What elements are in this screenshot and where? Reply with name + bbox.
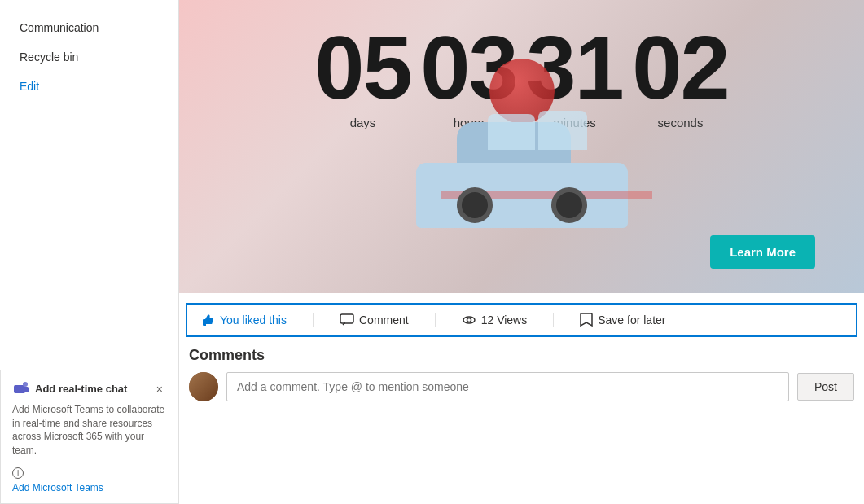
car-window-front bbox=[538, 111, 587, 150]
car-illustration bbox=[392, 114, 652, 244]
chat-panel-header: Add real-time chat × bbox=[12, 380, 166, 398]
views-indicator: 12 Views bbox=[462, 313, 528, 327]
chat-panel-title-row: Add real-time chat bbox=[12, 380, 127, 398]
bookmark-icon bbox=[580, 313, 593, 327]
svg-rect-2 bbox=[23, 387, 29, 392]
teams-icon bbox=[12, 380, 30, 398]
comment-label: Comment bbox=[359, 313, 409, 327]
comment-button[interactable]: Comment bbox=[340, 313, 409, 327]
svg-point-5 bbox=[467, 318, 471, 322]
avatar-image bbox=[189, 372, 218, 401]
divider-1 bbox=[313, 313, 314, 327]
post-button[interactable]: Post bbox=[797, 373, 854, 401]
countdown-seconds-value: 02 bbox=[632, 23, 728, 112]
save-label: Save for later bbox=[598, 313, 665, 327]
interaction-bar: You liked this Comment 12 Views bbox=[186, 303, 857, 337]
liked-label: You liked this bbox=[220, 313, 287, 327]
divider-2 bbox=[435, 313, 436, 327]
chat-panel-info-row: i bbox=[12, 464, 166, 482]
views-icon bbox=[462, 313, 476, 327]
svg-point-1 bbox=[23, 382, 28, 387]
comments-title: Comments bbox=[189, 347, 854, 364]
sidebar-nav: Communication Recycle bin Edit bbox=[0, 0, 178, 114]
commenter-avatar bbox=[189, 372, 218, 401]
divider-3 bbox=[553, 313, 554, 327]
like-button[interactable]: You liked this bbox=[200, 313, 287, 327]
comment-input[interactable] bbox=[226, 372, 789, 401]
sidebar: Communication Recycle bin Edit Add real-… bbox=[0, 0, 179, 504]
info-icon: i bbox=[12, 467, 24, 479]
sidebar-item-communication[interactable]: Communication bbox=[0, 13, 178, 42]
car-body bbox=[416, 163, 628, 228]
car-wheel-front bbox=[551, 187, 587, 223]
thumbs-up-icon bbox=[200, 313, 215, 327]
main-content: 05 days 03 hours 31 minutes 02 seconds bbox=[179, 0, 864, 504]
countdown-seconds-label: seconds bbox=[658, 116, 704, 129]
svg-rect-3 bbox=[340, 314, 353, 323]
car-wheel-back bbox=[457, 187, 493, 223]
add-microsoft-teams-link[interactable]: Add Microsoft Teams bbox=[12, 482, 103, 493]
chat-panel-close-button[interactable]: × bbox=[153, 381, 166, 397]
learn-more-button[interactable]: Learn More bbox=[710, 235, 815, 269]
countdown-days-value: 05 bbox=[314, 23, 410, 112]
chat-panel: Add real-time chat × Add Microsoft Teams… bbox=[0, 370, 178, 504]
countdown-days-label: days bbox=[350, 116, 376, 129]
chat-panel-description: Add Microsoft Teams to collaborate in re… bbox=[12, 403, 166, 458]
views-label: 12 Views bbox=[481, 313, 528, 327]
save-for-later-button[interactable]: Save for later bbox=[580, 313, 665, 327]
comment-input-row: Post bbox=[189, 372, 854, 401]
sidebar-item-recycle-bin[interactable]: Recycle bin bbox=[0, 42, 178, 72]
hero-banner: 05 days 03 hours 31 minutes 02 seconds bbox=[179, 0, 864, 293]
car-window-back bbox=[488, 114, 535, 150]
sidebar-edit-link[interactable]: Edit bbox=[0, 72, 178, 101]
chat-panel-title: Add real-time chat bbox=[35, 383, 127, 395]
comments-section: Comments Post bbox=[179, 337, 864, 401]
comment-icon bbox=[340, 313, 354, 327]
